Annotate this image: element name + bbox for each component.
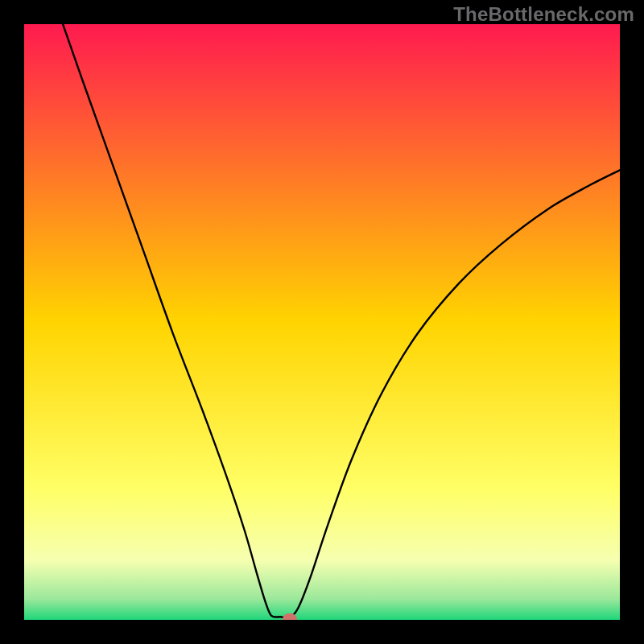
watermark-text: TheBottleneck.com: [453, 3, 634, 26]
chart-frame: { "watermark": "TheBottleneck.com", "cha…: [0, 0, 644, 644]
gradient-background: [24, 24, 620, 620]
optimal-marker: [283, 613, 297, 624]
bottleneck-chart: [0, 0, 644, 644]
